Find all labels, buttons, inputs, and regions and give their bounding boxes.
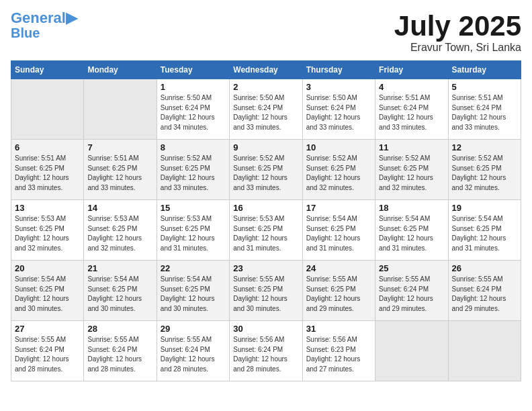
day-info: Sunrise: 5:52 AMSunset: 6:25 PMDaylight:…: [161, 154, 226, 193]
day-cell: 16Sunrise: 5:53 AMSunset: 6:25 PMDayligh…: [230, 200, 302, 261]
day-number: 12: [452, 142, 517, 152]
day-number: 23: [233, 263, 298, 273]
location: Eravur Town, Sri Lanka: [394, 42, 521, 54]
day-cell: 7Sunrise: 5:51 AMSunset: 6:25 PMDaylight…: [84, 140, 157, 200]
day-cell: 29Sunrise: 5:55 AMSunset: 6:24 PMDayligh…: [157, 321, 229, 381]
day-cell: 10Sunrise: 5:52 AMSunset: 6:25 PMDayligh…: [302, 140, 375, 200]
day-info: Sunrise: 5:54 AMSunset: 6:25 PMDaylight:…: [379, 214, 444, 253]
month-title: July 2025: [394, 11, 521, 42]
day-cell: 2Sunrise: 5:50 AMSunset: 6:24 PMDaylight…: [230, 79, 302, 140]
week-row-3: 13Sunrise: 5:53 AMSunset: 6:25 PMDayligh…: [11, 200, 521, 261]
logo-text: General▶ Blue: [11, 11, 77, 40]
header-friday: Friday: [375, 61, 448, 79]
day-info: Sunrise: 5:53 AMSunset: 6:25 PMDaylight:…: [87, 214, 152, 253]
day-info: Sunrise: 5:53 AMSunset: 6:25 PMDaylight:…: [161, 214, 226, 253]
day-info: Sunrise: 5:52 AMSunset: 6:25 PMDaylight:…: [379, 154, 444, 193]
day-info: Sunrise: 5:53 AMSunset: 6:25 PMDaylight:…: [15, 214, 80, 253]
day-info: Sunrise: 5:50 AMSunset: 6:24 PMDaylight:…: [161, 93, 226, 132]
day-cell: 28Sunrise: 5:55 AMSunset: 6:24 PMDayligh…: [84, 321, 157, 381]
day-info: Sunrise: 5:55 AMSunset: 6:24 PMDaylight:…: [15, 335, 80, 374]
day-cell: 3Sunrise: 5:50 AMSunset: 6:24 PMDaylight…: [302, 79, 375, 140]
day-info: Sunrise: 5:51 AMSunset: 6:24 PMDaylight:…: [379, 93, 444, 132]
logo-blue: ▶: [66, 9, 77, 26]
day-cell: [84, 79, 157, 140]
day-info: Sunrise: 5:51 AMSunset: 6:24 PMDaylight:…: [452, 93, 517, 132]
header-wednesday: Wednesday: [230, 61, 302, 79]
logo-blue-text: Blue: [11, 26, 40, 40]
day-number: 5: [452, 82, 517, 92]
day-cell: 4Sunrise: 5:51 AMSunset: 6:24 PMDaylight…: [375, 79, 448, 140]
day-number: 21: [87, 263, 152, 273]
day-cell: 5Sunrise: 5:51 AMSunset: 6:24 PMDaylight…: [448, 79, 521, 140]
day-cell: 22Sunrise: 5:54 AMSunset: 6:25 PMDayligh…: [157, 261, 229, 321]
day-info: Sunrise: 5:56 AMSunset: 6:24 PMDaylight:…: [233, 335, 298, 374]
day-cell: 15Sunrise: 5:53 AMSunset: 6:25 PMDayligh…: [157, 200, 229, 261]
week-row-5: 27Sunrise: 5:55 AMSunset: 6:24 PMDayligh…: [11, 321, 521, 381]
day-cell: 27Sunrise: 5:55 AMSunset: 6:24 PMDayligh…: [11, 321, 84, 381]
day-cell: 26Sunrise: 5:55 AMSunset: 6:24 PMDayligh…: [448, 261, 521, 321]
day-info: Sunrise: 5:55 AMSunset: 6:24 PMDaylight:…: [161, 335, 226, 374]
day-cell: [375, 321, 448, 381]
day-cell: 11Sunrise: 5:52 AMSunset: 6:25 PMDayligh…: [375, 140, 448, 200]
week-row-1: 1Sunrise: 5:50 AMSunset: 6:24 PMDaylight…: [11, 79, 521, 140]
day-number: 7: [87, 142, 152, 152]
day-cell: 9Sunrise: 5:52 AMSunset: 6:25 PMDaylight…: [230, 140, 302, 200]
day-number: 30: [233, 324, 298, 334]
day-number: 31: [306, 324, 371, 334]
day-info: Sunrise: 5:55 AMSunset: 6:25 PMDaylight:…: [233, 275, 298, 314]
day-number: 3: [306, 82, 371, 92]
day-number: 15: [161, 203, 226, 213]
day-number: 6: [15, 142, 80, 152]
day-cell: 25Sunrise: 5:55 AMSunset: 6:24 PMDayligh…: [375, 261, 448, 321]
day-info: Sunrise: 5:50 AMSunset: 6:24 PMDaylight:…: [233, 93, 298, 132]
week-row-2: 6Sunrise: 5:51 AMSunset: 6:25 PMDaylight…: [11, 140, 521, 200]
day-number: 25: [379, 263, 444, 273]
day-info: Sunrise: 5:55 AMSunset: 6:24 PMDaylight:…: [87, 335, 152, 374]
day-info: Sunrise: 5:51 AMSunset: 6:25 PMDaylight:…: [15, 154, 80, 193]
logo: General▶ Blue: [11, 11, 77, 40]
day-info: Sunrise: 5:52 AMSunset: 6:25 PMDaylight:…: [306, 154, 371, 193]
day-info: Sunrise: 5:53 AMSunset: 6:25 PMDaylight:…: [233, 214, 298, 253]
day-info: Sunrise: 5:54 AMSunset: 6:25 PMDaylight:…: [452, 214, 517, 253]
day-number: 28: [87, 324, 152, 334]
day-info: Sunrise: 5:54 AMSunset: 6:25 PMDaylight:…: [87, 275, 152, 314]
calendar-table: SundayMondayTuesdayWednesdayThursdayFrid…: [11, 60, 521, 381]
day-cell: 1Sunrise: 5:50 AMSunset: 6:24 PMDaylight…: [157, 79, 229, 140]
day-cell: 8Sunrise: 5:52 AMSunset: 6:25 PMDaylight…: [157, 140, 229, 200]
day-cell: 21Sunrise: 5:54 AMSunset: 6:25 PMDayligh…: [84, 261, 157, 321]
day-cell: 31Sunrise: 5:56 AMSunset: 6:23 PMDayligh…: [302, 321, 375, 381]
day-info: Sunrise: 5:55 AMSunset: 6:24 PMDaylight:…: [379, 275, 444, 314]
day-number: 19: [452, 203, 517, 213]
day-number: 14: [87, 203, 152, 213]
day-cell: 17Sunrise: 5:54 AMSunset: 6:25 PMDayligh…: [302, 200, 375, 261]
day-number: 8: [161, 142, 226, 152]
day-number: 29: [161, 324, 226, 334]
day-cell: 6Sunrise: 5:51 AMSunset: 6:25 PMDaylight…: [11, 140, 84, 200]
day-number: 26: [452, 263, 517, 273]
day-cell: 12Sunrise: 5:52 AMSunset: 6:25 PMDayligh…: [448, 140, 521, 200]
header-saturday: Saturday: [448, 61, 521, 79]
title-block: July 2025 Eravur Town, Sri Lanka: [394, 11, 521, 54]
header-tuesday: Tuesday: [157, 61, 229, 79]
header-thursday: Thursday: [302, 61, 375, 79]
day-info: Sunrise: 5:54 AMSunset: 6:25 PMDaylight:…: [161, 275, 226, 314]
day-cell: 20Sunrise: 5:54 AMSunset: 6:25 PMDayligh…: [11, 261, 84, 321]
week-row-4: 20Sunrise: 5:54 AMSunset: 6:25 PMDayligh…: [11, 261, 521, 321]
day-info: Sunrise: 5:52 AMSunset: 6:25 PMDaylight:…: [233, 154, 298, 193]
header-row: SundayMondayTuesdayWednesdayThursdayFrid…: [11, 61, 521, 79]
day-number: 22: [161, 263, 226, 273]
day-info: Sunrise: 5:51 AMSunset: 6:25 PMDaylight:…: [87, 154, 152, 193]
day-number: 27: [15, 324, 80, 334]
day-info: Sunrise: 5:54 AMSunset: 6:25 PMDaylight:…: [15, 275, 80, 314]
day-cell: 24Sunrise: 5:55 AMSunset: 6:25 PMDayligh…: [302, 261, 375, 321]
day-cell: 14Sunrise: 5:53 AMSunset: 6:25 PMDayligh…: [84, 200, 157, 261]
day-number: 11: [379, 142, 444, 152]
day-number: 13: [15, 203, 80, 213]
day-number: 2: [233, 82, 298, 92]
day-number: 24: [306, 263, 371, 273]
day-number: 20: [15, 263, 80, 273]
header-sunday: Sunday: [11, 61, 84, 79]
day-info: Sunrise: 5:55 AMSunset: 6:24 PMDaylight:…: [452, 275, 517, 314]
day-number: 1: [161, 82, 226, 92]
day-number: 16: [233, 203, 298, 213]
